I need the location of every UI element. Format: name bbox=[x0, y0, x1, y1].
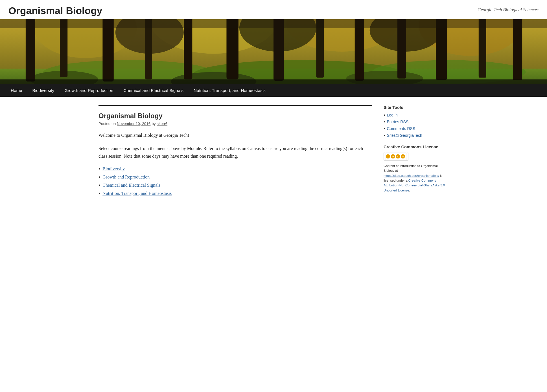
nav-item-biodiversity[interactable]: Biodiversity bbox=[27, 84, 60, 97]
sidebar-tools-list: Log inEntries RSSComments RSSSites@Georg… bbox=[384, 113, 448, 138]
svg-rect-29 bbox=[0, 79, 547, 84]
cc-text: Content of Introduction to Organismal Bi… bbox=[384, 164, 448, 193]
cc-text-before: Content of Introduction to Organismal Bi… bbox=[384, 164, 438, 172]
hero-banner bbox=[0, 19, 547, 84]
sidebar-tool-link-sites@georgiatech[interactable]: Sites@GeorgiaTech bbox=[387, 133, 422, 138]
course-link-nutrition,-transport,-and-homeostasis[interactable]: Nutrition, Transport, and Homeostasis bbox=[102, 191, 172, 196]
nav-item-nutrition,-transport,-and-homeostasis[interactable]: Nutrition, Transport, and Homeostasis bbox=[189, 84, 271, 97]
svg-rect-25 bbox=[436, 19, 447, 80]
course-link-growth-and-reproduction[interactable]: Growth and Reproduction bbox=[102, 175, 150, 180]
sidebar-tool-item: Sites@GeorgiaTech bbox=[384, 133, 448, 138]
post-body: Welcome to Organismal Biology at Georgia… bbox=[99, 131, 372, 196]
course-link-item: Nutrition, Transport, and Homeostasis bbox=[99, 190, 372, 196]
site-title: Organismal Biology bbox=[8, 5, 102, 16]
svg-rect-15 bbox=[26, 19, 35, 82]
svg-rect-23 bbox=[355, 19, 364, 81]
sidebar-tool-link-comments-rss[interactable]: Comments RSS bbox=[387, 126, 415, 131]
post-meta-prefix: Posted on bbox=[99, 122, 116, 126]
svg-rect-28 bbox=[0, 19, 547, 28]
intro-paragraph-1: Welcome to Organismal Biology at Georgia… bbox=[99, 131, 372, 139]
course-link-item: Growth and Reproduction bbox=[99, 174, 372, 180]
main-content: Organismal Biology Posted on November 10… bbox=[99, 105, 372, 199]
intro-paragraph-2: Select course readings from the menus ab… bbox=[99, 145, 372, 160]
sidebar-tool-item: Entries RSS bbox=[384, 119, 448, 124]
svg-rect-17 bbox=[102, 19, 113, 82]
cc-period: . bbox=[409, 189, 410, 192]
cc-url-link[interactable]: https://sites.gatech.edu/organismalbio/ bbox=[384, 174, 439, 177]
cc-license-title: Creative Commons License bbox=[384, 145, 448, 149]
sidebar-tool-link-entries-rss[interactable]: Entries RSS bbox=[387, 120, 408, 124]
cc-badge[interactable]: cc BY NC SA bbox=[384, 152, 408, 161]
course-link-biodiversity[interactable]: Biodiversity bbox=[102, 166, 125, 171]
sidebar-tool-item: Log in bbox=[384, 113, 448, 118]
post-date-link[interactable]: November 10, 2016 bbox=[117, 122, 150, 126]
nav-item-home[interactable]: Home bbox=[6, 84, 27, 97]
sidebar: Site Tools Log inEntries RSSComments RSS… bbox=[384, 105, 448, 199]
sidebar-tool-link-log-in[interactable]: Log in bbox=[387, 113, 397, 117]
site-subtitle: Georgia Tech Biological Sciences bbox=[478, 7, 539, 12]
sidebar-tools: Site Tools Log inEntries RSSComments RSS… bbox=[384, 105, 448, 138]
svg-text:BY: BY bbox=[392, 156, 394, 157]
post-meta: Posted on November 10, 2016 by skerr6 bbox=[99, 122, 372, 126]
svg-text:SA: SA bbox=[402, 156, 404, 157]
svg-rect-21 bbox=[274, 19, 284, 81]
main-nav: HomeBiodiversityGrowth and ReproductionC… bbox=[0, 84, 547, 97]
sidebar-tool-item: Comments RSS bbox=[384, 126, 448, 131]
nav-item-chemical-and-electrical-signals[interactable]: Chemical and Electrical Signals bbox=[118, 84, 189, 97]
svg-rect-27 bbox=[513, 19, 522, 80]
sidebar-tools-title: Site Tools bbox=[384, 105, 448, 110]
nav-item-growth-and-reproduction[interactable]: Growth and Reproduction bbox=[59, 84, 118, 97]
course-links-list: BiodiversityGrowth and ReproductionChemi… bbox=[99, 166, 372, 196]
post-author-link[interactable]: skerr6 bbox=[157, 122, 167, 126]
course-link-chemical-and-electrical-signals[interactable]: Chemical and Electrical Signals bbox=[102, 183, 160, 188]
svg-text:cc: cc bbox=[387, 155, 389, 157]
svg-rect-20 bbox=[226, 19, 238, 79]
svg-text:NC: NC bbox=[397, 156, 399, 157]
svg-rect-18 bbox=[145, 19, 152, 79]
cc-section: Creative Commons License cc BY NC SA bbox=[384, 145, 448, 193]
course-link-item: Biodiversity bbox=[99, 166, 372, 172]
post-meta-by: by bbox=[152, 122, 156, 126]
course-link-item: Chemical and Electrical Signals bbox=[99, 182, 372, 188]
post-title: Organismal Biology bbox=[99, 112, 372, 120]
svg-rect-19 bbox=[184, 19, 192, 79]
